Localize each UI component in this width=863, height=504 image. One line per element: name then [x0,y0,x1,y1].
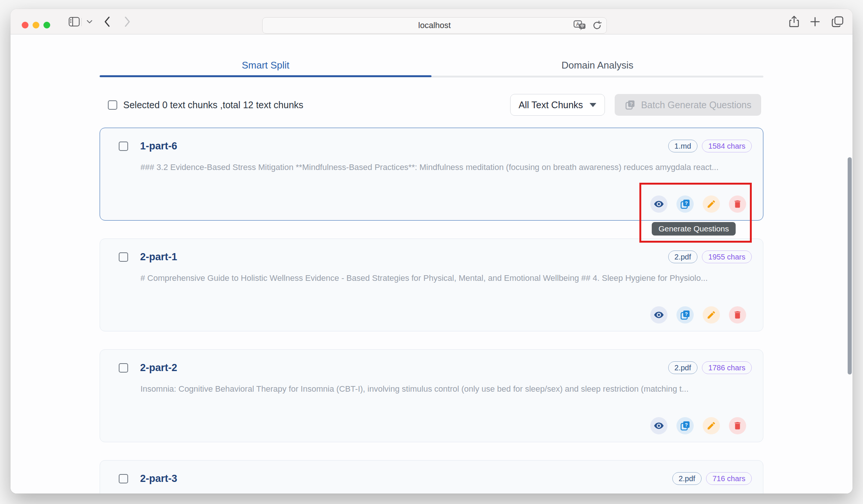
zoom-window-button[interactable] [43,22,50,28]
tab-bar: Smart Split Domain Analysis [100,55,763,76]
eye-icon [654,420,664,431]
chunk-card: 2-part-1 2.pdf 1955 chars # Comprehensiv… [100,239,763,331]
trash-icon [733,199,742,209]
generate-questions-button[interactable]: ? [676,306,694,324]
chunk-card: 2-part-2 2.pdf 1786 chars Insomnia: Cogn… [100,349,763,442]
view-chunk-button[interactable] [650,195,667,213]
eye-icon [654,310,664,320]
chunk-actions: ? [119,417,746,434]
tab-smart-split[interactable]: Smart Split [100,55,432,76]
select-all-checkbox[interactable] [108,100,117,110]
sidebar-icon[interactable] [67,9,82,34]
translate-icon[interactable]: A [573,20,586,31]
selection-summary: Selected 0 text chunks ,total 12 text ch… [123,100,303,110]
pencil-icon [706,421,716,431]
chunk-card: 1-part-6 1.md 1584 chars ### 3.2 Evidenc… [100,128,763,221]
edit-chunk-button[interactable] [703,306,720,324]
tab-overview-icon[interactable] [829,9,846,34]
browser-toolbar: localhost A [10,9,853,34]
question-copy-icon: ? [679,309,691,321]
pencil-icon [706,310,716,320]
chunk-actions: ? [119,195,746,213]
generate-questions-button[interactable]: ? [676,417,694,434]
question-copy-icon: ? [679,420,691,431]
chunk-title[interactable]: 2-part-2 [140,362,177,374]
char-count-badge: 1584 chars [702,140,752,152]
tab-divider [100,76,763,78]
chunk-list: 1-part-6 1.md 1584 chars ### 3.2 Evidenc… [100,128,763,494]
svg-text:?: ? [630,101,633,107]
chunk-filter-select[interactable]: All Text Chunks [510,94,605,116]
file-badge: 1.md [668,140,697,152]
char-count-badge: 1786 chars [702,361,752,374]
chunk-title[interactable]: 2-part-1 [140,251,177,263]
chunk-checkbox[interactable] [119,363,128,373]
selection-toolbar: Selected 0 text chunks ,total 12 text ch… [100,94,763,116]
reload-icon[interactable] [592,21,602,30]
chunk-card: 2-part-3 2.pdf 716 chars [100,460,763,494]
chunk-preview-text: Insomnia: Cognitive Behavioral Therapy f… [140,383,752,395]
toolbar-divider [81,18,82,26]
chunk-preview-text: ### 3.2 Evidence-Based Stress Mitigation… [140,162,752,173]
batch-generate-label: Batch Generate Questions [641,100,751,110]
question-copy-icon: ? [624,99,636,110]
caret-down-icon [590,103,596,107]
edit-chunk-button[interactable] [703,417,720,434]
svg-text:?: ? [685,200,688,206]
trash-icon-button[interactable] [729,417,746,434]
file-badge: 2.pdf [672,472,702,485]
trash-icon-button[interactable] [729,306,746,324]
generate-questions-tooltip: Generate Questions [652,222,736,236]
pencil-icon [706,199,716,209]
svg-text:?: ? [685,311,688,317]
file-badge: 2.pdf [668,361,697,374]
chunk-actions: ? [119,306,746,324]
active-tab-underline [100,75,432,77]
close-window-button[interactable] [22,22,28,28]
address-bar-url: localhost [418,21,451,30]
trash-icon-button[interactable] [729,195,746,213]
back-icon[interactable] [100,9,114,34]
minimize-window-button[interactable] [33,22,39,28]
chunk-checkbox[interactable] [119,474,128,483]
new-tab-icon[interactable] [808,9,823,34]
chunk-preview-text: # Comprehensive Guide to Holistic Wellne… [140,273,752,284]
chunk-checkbox[interactable] [119,142,128,151]
page-content: Smart Split Domain Analysis Selected 0 t… [10,34,853,494]
address-bar[interactable]: localhost A [262,17,607,34]
char-count-badge: 1955 chars [702,251,752,263]
edit-chunk-button[interactable] [703,195,720,213]
scrollbar-thumb[interactable] [848,157,852,374]
view-chunk-button[interactable] [650,417,667,434]
chunk-checkbox[interactable] [119,252,128,262]
char-count-badge: 716 chars [706,472,752,485]
generate-questions-button[interactable]: ? [676,195,694,213]
trash-icon [733,310,742,320]
file-badge: 2.pdf [668,251,697,263]
batch-generate-questions-button[interactable]: ? Batch Generate Questions [615,94,761,116]
trash-icon [733,421,742,431]
question-copy-icon: ? [679,198,691,210]
share-icon[interactable] [787,9,802,34]
chunk-title[interactable]: 1-part-6 [140,140,177,152]
chunk-filter-value: All Text Chunks [519,100,583,110]
view-chunk-button[interactable] [650,306,667,324]
chunk-title[interactable]: 2-part-3 [140,473,177,485]
svg-text:?: ? [685,422,688,428]
tab-domain-analysis[interactable]: Domain Analysis [432,55,763,76]
eye-icon [654,199,664,209]
browser-window: localhost A [10,9,853,494]
forward-icon[interactable] [121,9,134,34]
chevron-down-icon[interactable] [84,9,95,34]
window-controls [22,22,50,28]
